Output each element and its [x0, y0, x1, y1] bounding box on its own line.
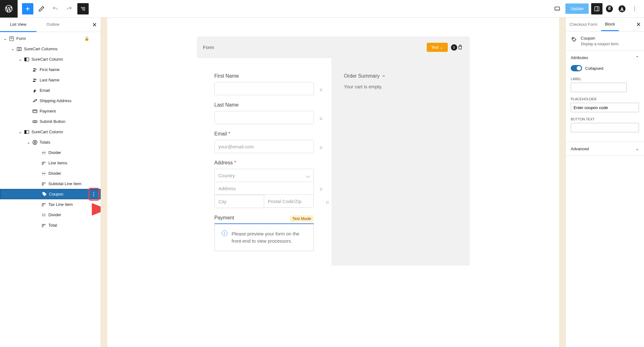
- city-input[interactable]: [214, 195, 264, 208]
- form-block-title: Form: [203, 45, 214, 50]
- svg-point-12: [634, 8, 635, 9]
- surecart-icon[interactable]: [604, 3, 615, 14]
- tree-item-totals[interactable]: ⌄ Totals: [0, 137, 101, 147]
- tree-label: SureCart Column: [31, 129, 63, 134]
- lines-icon: [40, 202, 47, 207]
- tree-item-shipping[interactable]: Shipping Address: [0, 96, 101, 106]
- caret-icon[interactable]: ⌄: [25, 140, 31, 145]
- email-icon: [31, 88, 38, 93]
- svg-point-74: [573, 38, 574, 39]
- country-select[interactable]: [214, 169, 314, 182]
- cart-indicator[interactable]: 0: [451, 44, 464, 51]
- label-input[interactable]: [571, 83, 627, 92]
- tree-item-firstname[interactable]: First Name: [0, 64, 101, 75]
- drag-handle-icon[interactable]: [319, 117, 323, 122]
- caret-icon[interactable]: ⌄: [9, 47, 16, 51]
- first-name-label: First Name: [214, 73, 314, 79]
- tree-item-column2[interactable]: ⌄ SureCart Column: [0, 127, 101, 137]
- tab-checkout-form[interactable]: Checkout Form: [566, 18, 601, 31]
- divider-icon: [40, 171, 47, 176]
- svg-rect-7: [595, 7, 599, 11]
- last-name-input[interactable]: [214, 111, 314, 124]
- settings-panel-toggle[interactable]: [591, 3, 602, 14]
- lines-icon: [40, 160, 47, 166]
- email-input[interactable]: [214, 140, 314, 153]
- close-settings-button[interactable]: ✕: [636, 21, 641, 28]
- caret-icon[interactable]: ⌄: [2, 36, 8, 41]
- lines-icon: [40, 181, 47, 187]
- attributes-section-toggle[interactable]: Attributes ⌃: [571, 55, 639, 60]
- tree-item-lastname[interactable]: Last Name: [0, 75, 101, 85]
- column-icon: [23, 129, 30, 135]
- cart-count: 0: [451, 44, 457, 51]
- svg-point-64: [320, 148, 320, 149]
- decorative-stripe: [559, 18, 565, 347]
- tree-item-email[interactable]: Email: [0, 85, 101, 96]
- svg-point-44: [93, 195, 94, 196]
- tag-icon: [571, 36, 577, 44]
- column-icon: [23, 57, 30, 62]
- address-input[interactable]: [214, 182, 314, 195]
- caret-icon[interactable]: ⌄: [17, 129, 23, 134]
- svg-rect-5: [555, 7, 560, 10]
- tab-list-view[interactable]: List View: [0, 18, 36, 32]
- add-block-button[interactable]: [22, 3, 33, 14]
- divider-icon: [40, 212, 47, 218]
- collapsed-toggle[interactable]: [571, 65, 582, 71]
- tree-label: First Name: [40, 67, 60, 72]
- tree-item-subtotal[interactable]: Subtotal Line Item: [0, 179, 101, 189]
- tree-item-tax[interactable]: Tax Line Item: [0, 199, 101, 210]
- placeholder-input[interactable]: [571, 103, 639, 112]
- tree-item-lineitems[interactable]: Line Items: [0, 158, 101, 168]
- svg-point-43: [93, 194, 94, 195]
- advanced-section-toggle[interactable]: Advanced ⌄: [571, 146, 639, 151]
- edit-button[interactable]: [36, 3, 47, 14]
- tree-item-form[interactable]: ⌄ Form 🔒: [0, 33, 101, 44]
- tree-item-divider[interactable]: Divider: [0, 168, 101, 179]
- svg-point-24: [34, 78, 35, 80]
- divider-icon: [40, 150, 47, 156]
- astra-icon[interactable]: [616, 3, 628, 14]
- cart-empty-msg: Your cart is empty.: [344, 84, 457, 89]
- caret-icon[interactable]: ⌄: [17, 57, 23, 62]
- svg-rect-26: [33, 110, 37, 113]
- tree-item-payment[interactable]: Payment: [0, 106, 101, 116]
- tree-item-submit[interactable]: Submit Button: [0, 116, 101, 127]
- close-panel-button[interactable]: ✕: [92, 21, 97, 28]
- list-view-button[interactable]: [77, 3, 89, 14]
- svg-point-59: [321, 118, 322, 118]
- redo-button[interactable]: [64, 3, 75, 14]
- tree-item-columns[interactable]: ⌄ SureCart Columns: [0, 44, 101, 54]
- tree-item-column1[interactable]: ⌄ SureCart Column: [0, 54, 101, 64]
- update-button[interactable]: Update: [565, 3, 589, 14]
- svg-point-68: [320, 190, 320, 190]
- wordpress-logo-button[interactable]: [0, 0, 18, 18]
- tree-item-coupon[interactable]: Coupon: [0, 189, 101, 199]
- undo-button[interactable]: [50, 3, 61, 14]
- postal-input[interactable]: [264, 195, 314, 208]
- drag-handle-icon[interactable]: [319, 146, 323, 151]
- tree-label: Last Name: [40, 78, 59, 82]
- test-mode-button[interactable]: Test ⌄: [427, 43, 447, 52]
- svg-point-69: [321, 190, 322, 190]
- more-options-button[interactable]: [629, 3, 640, 14]
- name-icon: [31, 67, 38, 73]
- tree-item-total[interactable]: Total: [0, 220, 101, 230]
- svg-point-55: [321, 89, 322, 90]
- chevron-down-icon: ⌄: [636, 146, 639, 151]
- block-description: Display a coupon form.: [581, 42, 619, 46]
- block-options-button[interactable]: [90, 190, 97, 198]
- svg-point-41: [43, 193, 44, 194]
- drag-handle-icon[interactable]: [319, 187, 323, 192]
- tree-item-divider[interactable]: Divider: [0, 210, 101, 220]
- order-summary-title[interactable]: Order Summary: [344, 73, 457, 79]
- drag-handle-icon[interactable]: [319, 88, 323, 93]
- first-name-input[interactable]: [214, 82, 314, 95]
- tree-label: SureCart Column: [31, 57, 63, 62]
- tab-block[interactable]: Block: [601, 18, 619, 31]
- tree-item-divider[interactable]: Divider: [0, 147, 101, 158]
- tab-outline[interactable]: Outline: [36, 18, 69, 32]
- view-button[interactable]: [552, 3, 563, 14]
- button-text-input[interactable]: [571, 123, 639, 132]
- drag-handle-icon[interactable]: [325, 200, 330, 206]
